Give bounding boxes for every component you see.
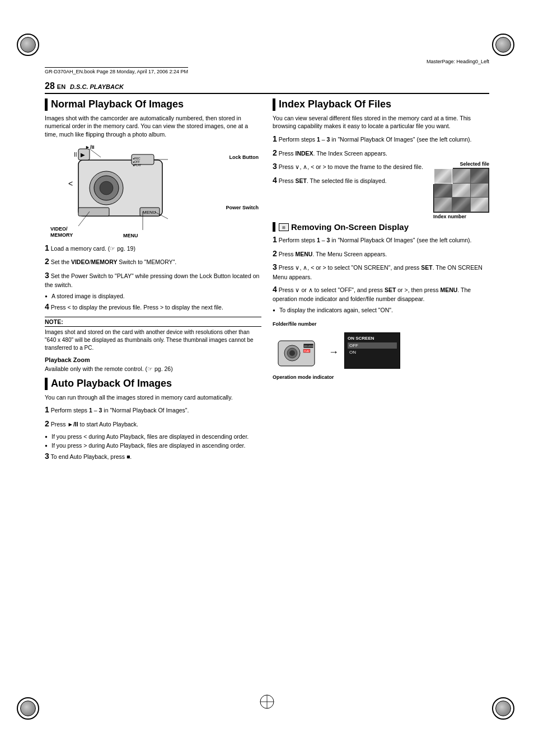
camera-diagram: ●REC ●OFF ●PLAY ▶ II < MENU (45, 143, 261, 238)
note-box: NOTE: Images shot and stored on the card… (45, 317, 261, 352)
index-cell-9 (471, 198, 488, 212)
auto-playback-section: Auto Playback Of Images You can run thro… (45, 378, 261, 462)
normal-step-1: 1 Load a memory card. (☞ pg. 19) (45, 243, 261, 254)
auto-step-1: 1 Perform steps 1 – 3 in "Normal Playbac… (45, 405, 261, 416)
osd-step-4: 4 Press ∨ or ∧ to select "OFF", and pres… (273, 284, 489, 303)
svg-rect-12 (78, 208, 109, 216)
svg-text:MENU: MENU (143, 210, 156, 215)
auto-playback-intro: You can run through all the images store… (45, 393, 261, 402)
index-cell-1 (434, 169, 452, 183)
onscreen-menu-container: ON SCREEN OFF ON (344, 332, 400, 369)
index-playback-heading: Index Playback Of Files (273, 98, 489, 111)
power-switch-label: Power Switch (226, 205, 259, 210)
playback-zoom-heading: Playback Zoom (45, 356, 261, 363)
en-label: EN (57, 83, 65, 90)
onscreen-menu-title: ON SCREEN (348, 336, 397, 341)
normal-playback-heading: Normal Playback Of Images (45, 98, 261, 111)
auto-bullet-1: If you press < during Auto Playback, fil… (45, 433, 261, 441)
svg-text:▶: ▶ (81, 152, 85, 158)
svg-text:II: II (74, 152, 77, 158)
index-grid (433, 168, 489, 213)
index-step-1: 1 Perform steps 1 – 3 in "Normal Playbac… (273, 134, 489, 145)
selected-file-label: Selected file (433, 161, 489, 167)
bottom-crosshair (259, 693, 275, 711)
osd-diagrams: Folder/file number (273, 321, 489, 380)
index-playback-intro: You can view several different files sto… (273, 114, 489, 130)
normal-step-4: 4 Press < to display the previous file. … (45, 302, 261, 313)
index-image-container: Selected file Index number (433, 161, 489, 219)
normal-step-3: 3 Set the Power Switch to "PLAY" while p… (45, 270, 261, 289)
index-cell-2 (452, 169, 470, 183)
video-memory-label: VIDEO/MEMORY (50, 226, 73, 238)
onscreen-menu-off: OFF (348, 342, 397, 349)
auto-step-3: 3 To end Auto Playback, press ■. (45, 451, 261, 462)
normal-step-2: 2 Set the VIDEO/MEMORY Switch to "MEMORY… (45, 256, 261, 267)
index-number-label: Index number (433, 214, 489, 219)
svg-text:<: < (68, 179, 73, 188)
auto-playback-heading: Auto Playback Of Images (45, 378, 261, 390)
normal-playback-intro: Images shot with the camcorder are autom… (45, 114, 261, 139)
masterpage-label: MasterPage: Heading0_Left (427, 59, 489, 64)
index-cell-6 (471, 184, 488, 198)
svg-point-3 (100, 181, 113, 195)
osd-icon: ⊞ (279, 223, 289, 231)
index-cell-8 (452, 198, 470, 212)
index-step-2: 2 Press INDEX. The Index Screen appears. (273, 148, 489, 159)
left-column: Normal Playback Of Images Images shot wi… (45, 98, 261, 465)
corner-decoration-tr (492, 34, 517, 59)
two-column-layout: Normal Playback Of Images Images shot wi… (45, 98, 489, 465)
corner-decoration-tl (17, 34, 42, 59)
index-cell-7 (434, 198, 452, 212)
osd-heading-container: ⊞ Removing On-Screen Display (273, 222, 489, 232)
svg-text:●PLAY: ●PLAY (133, 163, 142, 167)
lock-button-label: Lock Button (229, 154, 259, 160)
main-content: 28 EN D.S.C. PLAYBACK Normal Playback Of… (45, 81, 489, 711)
onscreen-menu-on: ON (348, 349, 397, 355)
camera-svg: ●REC ●OFF ●PLAY ▶ II < MENU (45, 143, 202, 236)
corner-decoration-bl (17, 697, 42, 722)
small-camcorder-svg: 100-0991 PLAY (273, 332, 323, 372)
svg-line-15 (90, 149, 101, 157)
osd-step-2: 2 Press MENU. The Menu Screen appears. (273, 248, 489, 260)
file-info-bar: GR-D370AH_EN.book Page 28 Monday, April … (45, 67, 188, 74)
svg-text:PLAY: PLAY (304, 350, 310, 353)
normal-bullet-1: A stored image is displayed. (45, 292, 261, 300)
auto-bullet-2: If you press > during Auto Playback, fil… (45, 442, 261, 450)
play-pause-label: ►/II (85, 144, 94, 150)
auto-step-2: 2 Press ►/II to start Auto Playback. (45, 419, 261, 430)
page-number: 28 (45, 81, 55, 91)
arrow-right-icon: → (329, 346, 339, 358)
right-column: Index Playback Of Files You can view sev… (273, 98, 489, 465)
index-cell-4 (434, 184, 452, 198)
osd-heading: Removing On-Screen Display (291, 222, 409, 232)
playback-zoom-text: Available only with the remote control. … (45, 365, 261, 373)
osd-section: ⊞ Removing On-Screen Display 1 Perform s… (273, 222, 489, 379)
osd-bullet-1: To display the indicators again, select … (273, 306, 489, 314)
index-cell-5 (452, 184, 470, 198)
menu-label: MENU (123, 233, 138, 238)
index-cell-3 (471, 169, 488, 183)
index-playback-content: 1 Perform steps 1 – 3 in "Normal Playbac… (273, 134, 489, 186)
operation-mode-label: Operation mode indicator (273, 374, 489, 380)
folder-file-label: Folder/file number (273, 321, 489, 327)
small-camcorder-container: 100-0991 PLAY (273, 332, 323, 373)
section-header: 28 EN D.S.C. PLAYBACK (45, 81, 489, 94)
osd-step-1: 1 Perform steps 1 – 3 in "Normal Playbac… (273, 234, 489, 246)
corner-decoration-br (492, 697, 517, 722)
page-container: MasterPage: Heading0_Left GR-D370AH_EN.b… (0, 0, 534, 756)
bottom-diagrams-row: 100-0991 PLAY → (273, 332, 489, 373)
note-text: Images shot and stored on the card with … (45, 328, 261, 352)
osd-step-3: 3 Press ∨, ∧, < or > to select "ON SCREE… (273, 262, 489, 281)
svg-point-23 (289, 350, 295, 356)
note-title: NOTE: (45, 317, 261, 327)
section-title: D.S.C. PLAYBACK (70, 83, 124, 90)
onscreen-menu-display: ON SCREEN OFF ON (344, 332, 400, 369)
svg-text:100-0991: 100-0991 (304, 345, 314, 348)
